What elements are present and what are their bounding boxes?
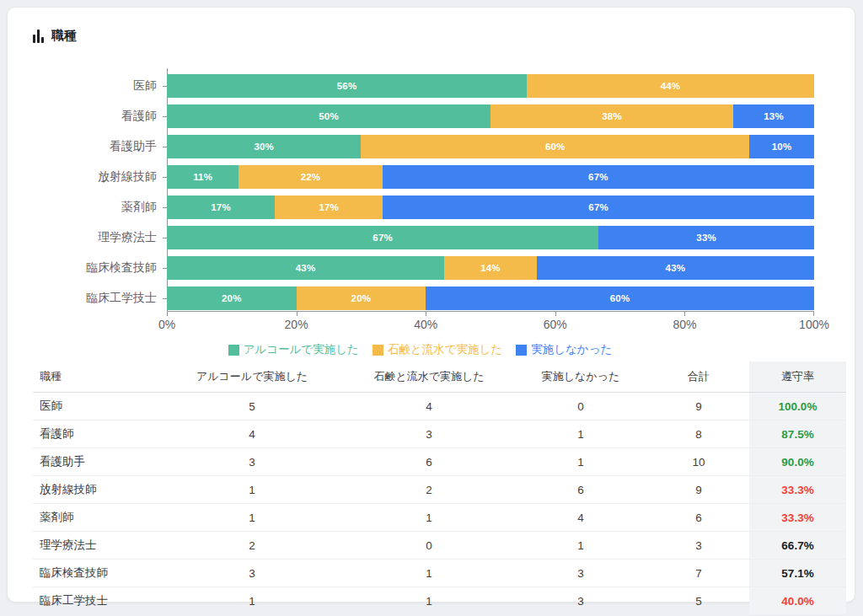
table-row: 臨床工学技士113540.0%	[33, 587, 846, 615]
table-cell: 6	[648, 504, 749, 532]
bar-segment[interactable]: 17%	[275, 196, 383, 219]
table-body: 医師5409100.0%看護師431887.5%看護助手3611090.0%放射…	[33, 393, 846, 615]
bar-segment[interactable]: 33%	[598, 226, 814, 249]
category-label: 理学療法士	[26, 230, 167, 245]
bar-track: 20%20%60%	[167, 287, 814, 310]
table-cell: 看護師	[33, 420, 159, 448]
legend-swatch-icon	[373, 345, 383, 356]
table-row: 看護助手3611090.0%	[33, 448, 846, 476]
legend-item[interactable]: アルコールで実施した	[228, 342, 359, 357]
bar-segment[interactable]: 67%	[167, 226, 598, 249]
x-tick-label: 40%	[414, 318, 437, 331]
table-cell: 薬剤師	[33, 504, 159, 532]
table-cell: 1	[513, 420, 648, 448]
table-row: 薬剤師114633.3%	[33, 504, 846, 532]
chart-plot: 医師56%44%看護師50%38%13%看護助手30%60%10%放射線技師11…	[26, 68, 814, 312]
bar-row: 臨床検査技師43%14%43%	[26, 256, 814, 280]
bar-segment[interactable]: 60%	[426, 287, 814, 310]
legend-label: 実施しなかった	[531, 342, 612, 357]
category-label: 薬剤師	[26, 200, 167, 215]
bar-segment[interactable]: 20%	[297, 287, 426, 310]
rate-cell: 100.0%	[749, 393, 846, 420]
table-header-cell: 合計	[648, 362, 749, 393]
table-header-cell: 石鹸と流水で実施した	[345, 362, 513, 393]
table-cell: 5	[648, 587, 749, 615]
x-tick-label: 20%	[285, 318, 308, 331]
bar-segment[interactable]: 30%	[167, 135, 361, 158]
x-tick-label: 100%	[799, 318, 829, 331]
bar-row: 理学療法士67%33%	[26, 226, 814, 249]
bar-segment[interactable]: 67%	[383, 165, 814, 189]
legend-item[interactable]: 実施しなかった	[516, 342, 612, 357]
table-cell: 3	[345, 420, 513, 448]
chart-rows: 医師56%44%看護師50%38%13%看護助手30%60%10%放射線技師11…	[26, 74, 814, 310]
table-cell: 0	[513, 393, 648, 420]
rate-cell: 87.5%	[749, 420, 846, 448]
bar-segment[interactable]: 11%	[167, 165, 239, 189]
page-title: 職種	[51, 28, 77, 44]
table-cell: 医師	[33, 393, 159, 420]
table-cell: 1	[159, 504, 345, 532]
bar-segment[interactable]: 17%	[167, 196, 275, 219]
bar-segment[interactable]: 22%	[239, 165, 382, 189]
bar-segment[interactable]: 20%	[167, 287, 297, 310]
table-cell: 3	[159, 448, 345, 476]
category-label: 医師	[26, 78, 167, 94]
legend-label: アルコールで実施した	[244, 342, 359, 357]
bar-track: 30%60%10%	[167, 135, 814, 158]
bar-segment[interactable]: 60%	[361, 135, 749, 158]
bar-segment[interactable]: 50%	[167, 104, 490, 128]
bar-segment[interactable]: 56%	[167, 74, 527, 98]
table-cell: 3	[513, 587, 648, 615]
table-cell: 臨床工学技士	[33, 587, 159, 615]
table-cell: 9	[648, 393, 749, 420]
bar-segment[interactable]: 43%	[537, 256, 814, 280]
table-header-cell: 職種	[33, 362, 159, 393]
bar-segment[interactable]: 44%	[527, 74, 814, 98]
bar-segment[interactable]: 14%	[444, 256, 537, 280]
table-cell: 臨床検査技師	[33, 560, 159, 587]
category-label: 放射線技師	[26, 169, 167, 185]
bar-segment[interactable]: 38%	[490, 104, 733, 128]
table-row: 医師5409100.0%	[33, 393, 846, 420]
table-cell: 3	[159, 560, 345, 587]
dashboard-card: 職種 医師56%44%看護師50%38%13%看護助手30%60%10%放射線技…	[7, 7, 855, 603]
legend-swatch-icon	[516, 345, 527, 356]
table-cell: 7	[648, 560, 749, 587]
category-label: 看護師	[26, 109, 167, 124]
table-cell: 1	[159, 476, 345, 504]
bar-segment[interactable]: 43%	[167, 256, 444, 280]
bar-segment[interactable]: 13%	[733, 104, 814, 128]
bar-chart-icon	[33, 29, 44, 43]
bar-segment[interactable]: 67%	[383, 196, 814, 219]
card-header: 職種	[33, 28, 77, 44]
legend-swatch-icon	[228, 345, 239, 356]
rate-cell: 90.0%	[749, 448, 846, 476]
legend-label: 石鹸と流水で実施した	[388, 342, 502, 357]
bar-row: 看護助手30%60%10%	[26, 135, 814, 158]
legend-item[interactable]: 石鹸と流水で実施した	[373, 342, 502, 357]
table-cell: 6	[345, 448, 513, 476]
bar-track: 56%44%	[167, 74, 814, 98]
table-cell: 3	[648, 532, 749, 560]
bar-track: 67%33%	[167, 226, 814, 249]
bar-row: 医師56%44%	[26, 74, 814, 98]
data-table-container: 職種アルコールで実施した石鹸と流水で実施した実施しなかった合計遵守率 医師540…	[33, 362, 846, 615]
table-row: 臨床検査技師313757.1%	[33, 560, 846, 587]
x-tick	[426, 312, 426, 316]
x-tick	[555, 312, 556, 316]
x-tick	[297, 312, 297, 316]
category-label: 臨床検査技師	[26, 260, 167, 276]
table-cell: 9	[648, 476, 749, 504]
category-label: 臨床工学技士	[26, 291, 167, 306]
table-cell: 4	[513, 504, 648, 532]
table-cell: 3	[513, 560, 648, 587]
table-cell: 0	[345, 532, 513, 560]
table-cell: 1	[513, 532, 648, 560]
x-tick	[813, 312, 814, 316]
rate-cell: 33.3%	[749, 504, 846, 532]
rate-cell: 66.7%	[749, 532, 846, 560]
table-header-cell: アルコールで実施した	[159, 362, 345, 393]
bar-segment[interactable]: 10%	[749, 135, 814, 158]
table-cell: 10	[648, 448, 749, 476]
